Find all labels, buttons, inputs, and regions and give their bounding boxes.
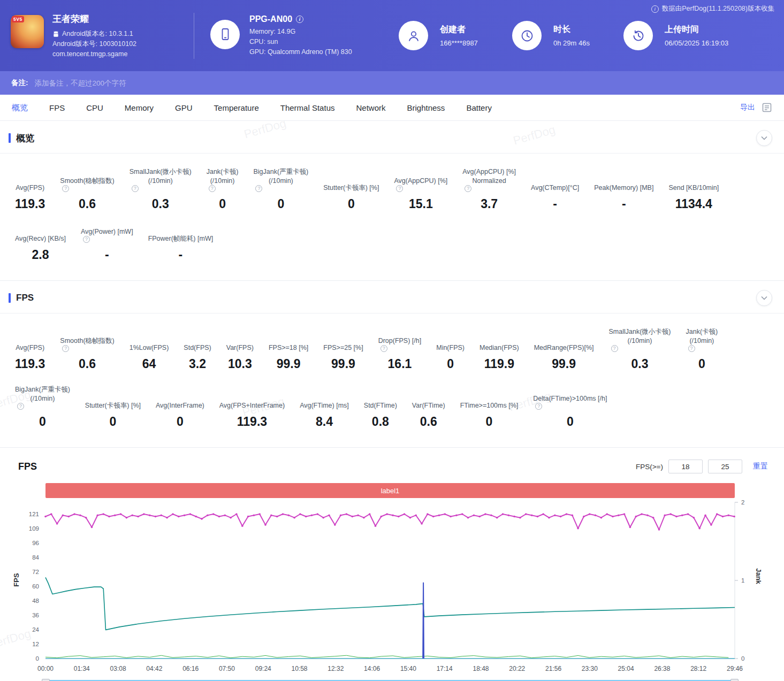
upload-block: 上传时间 06/05/2025 16:19:03 <box>623 21 728 50</box>
metric-label: Jank(卡顿)(/10min)? <box>686 327 718 352</box>
note-input[interactable] <box>34 79 264 88</box>
metric-stutter: Stutter(卡顿率) [%]0 <box>85 392 141 429</box>
help-icon[interactable]: ? <box>688 345 695 352</box>
metric-avg-power-mw: Avg(Power) [mW]?- <box>81 225 133 262</box>
help-icon[interactable]: ? <box>465 185 471 192</box>
fps-metrics-row-2: BigJank(严重卡顿)(/10min)?0Stutter(卡顿率) [%]0… <box>0 371 784 429</box>
tab-network[interactable]: Network <box>356 103 385 112</box>
export-icon[interactable] <box>762 102 772 113</box>
help-icon[interactable]: ? <box>611 345 618 352</box>
svg-text:00:00: 00:00 <box>37 665 54 672</box>
tab-gpu[interactable]: GPU <box>175 103 193 112</box>
fps-threshold-low-input[interactable] <box>668 460 703 473</box>
svg-text:72: 72 <box>32 569 39 575</box>
svg-text:15:40: 15:40 <box>400 665 416 672</box>
metric-value: 15.1 <box>409 197 433 211</box>
metric-label: Avg(InterFrame) <box>156 392 204 410</box>
metric-value: 0 <box>219 197 226 211</box>
help-icon[interactable]: ? <box>62 185 69 192</box>
metric-label: FPS>=18 [%] <box>269 334 308 352</box>
help-icon[interactable]: ? <box>83 236 90 243</box>
metric-jank: Jank(卡顿)(/10min)?0 <box>207 167 239 211</box>
export-button[interactable]: 导出 <box>740 103 755 112</box>
metric-value: - <box>553 197 557 211</box>
perfdog-report-page: i 数据由PerfDog(11.1.250208)版本收集 5V5 王者荣耀 A… <box>0 0 784 681</box>
metric-stutter: Stutter(卡顿率) [%]0 <box>323 174 379 211</box>
metric-value: 0 <box>486 415 493 429</box>
metric-label: BigJank(严重卡顿)(/10min)? <box>253 167 308 192</box>
help-icon[interactable]: ? <box>535 403 542 410</box>
svg-text:109: 109 <box>29 525 39 532</box>
svg-text:26:38: 26:38 <box>654 665 670 672</box>
help-icon[interactable]: ? <box>17 403 24 410</box>
fps-threshold-high-input[interactable] <box>708 460 742 473</box>
metric-label: Median(FPS) <box>479 334 519 352</box>
metric-avg-recv-kb-s: Avg(Recv) [KB/s]2.8 <box>15 225 66 262</box>
fps-threshold-controls: FPS(>=) 重置 <box>636 460 768 473</box>
svg-text:03:08: 03:08 <box>110 665 126 672</box>
svg-text:121: 121 <box>29 511 39 517</box>
svg-text:0: 0 <box>741 655 744 662</box>
reset-button[interactable]: 重置 <box>753 462 768 471</box>
tab-thermal-status[interactable]: Thermal Status <box>280 103 335 112</box>
help-icon[interactable]: ? <box>255 185 262 192</box>
device-cpu: CPU: sun <box>249 37 352 47</box>
collect-note: i 数据由PerfDog(11.1.250208)版本收集 <box>651 4 774 13</box>
fps-chart-svg[interactable]: 0122436486072849610912101200:0001:3403:0… <box>0 498 765 676</box>
collapse-overview-button[interactable] <box>756 130 772 146</box>
scrollbar-right-handle[interactable] <box>730 679 739 681</box>
tab-fps[interactable]: FPS <box>49 103 65 112</box>
metric-label: Var(FPS) <box>226 334 254 352</box>
creator-block: 创建者 166****8987 <box>399 21 512 50</box>
tab-memory[interactable]: Memory <box>125 103 154 112</box>
tab-overview[interactable]: 概览 <box>12 103 28 113</box>
help-icon[interactable]: ? <box>132 185 139 192</box>
metric-value: 3.7 <box>481 197 498 211</box>
info-icon: i <box>651 5 659 13</box>
svg-text:23:30: 23:30 <box>582 665 598 672</box>
svg-text:07:50: 07:50 <box>219 665 235 672</box>
collapse-fps-button[interactable] <box>756 290 772 306</box>
device-phone-icon <box>210 20 240 49</box>
device-block: PPG-AN00 i Memory: 14.9G CPU: sun GPU: Q… <box>210 14 399 57</box>
svg-text:1: 1 <box>741 577 744 584</box>
metric-value: 0.8 <box>372 415 389 429</box>
upload-value: 06/05/2025 16:19:03 <box>665 39 728 47</box>
svg-text:25:04: 25:04 <box>618 665 634 672</box>
metric-value: 0.3 <box>152 197 169 211</box>
metric-label: Delta(FTime)>100ms [/h]? <box>533 392 607 410</box>
metric-label: Avg(FPS) <box>16 174 44 192</box>
fps-chart-wrap: FPS 0122436486072849610912101200:0001:34… <box>0 498 784 676</box>
metric-value: 119.9 <box>484 357 514 371</box>
creator-label: 创建者 <box>440 24 478 35</box>
metric-delta-ftime-100ms-h: Delta(FTime)>100ms [/h]?0 <box>533 392 607 429</box>
metric-var-ftime: Var(FTime)0.6 <box>412 392 445 429</box>
android-icon <box>52 30 59 37</box>
device-info-icon[interactable]: i <box>296 16 303 23</box>
metric-avg-fps-interframe: Avg(FPS+InterFrame)119.3 <box>219 392 285 429</box>
creator-value: 166****8987 <box>440 39 478 47</box>
tab-brightness[interactable]: Brightness <box>407 103 445 112</box>
svg-text:18:48: 18:48 <box>473 665 489 672</box>
fps-title: FPS <box>16 293 756 303</box>
metric-value: 99.9 <box>331 357 355 371</box>
tab-cpu[interactable]: CPU <box>86 103 103 112</box>
fps-metrics-row-1: Avg(FPS)119.3Smooth(稳帧指数)?0.61%Low(FPS)6… <box>0 313 784 371</box>
metric-avg-appcpu: Avg(AppCPU) [%]Normalized?3.7 <box>462 167 516 211</box>
upload-label: 上传时间 <box>665 24 728 35</box>
tab-battery[interactable]: Battery <box>466 103 492 112</box>
help-icon[interactable]: ? <box>209 185 216 192</box>
metric-drop-fps-h: Drop(FPS) [/h]?16.1 <box>378 334 422 371</box>
tab-temperature[interactable]: Temperature <box>214 103 259 112</box>
metric-value: 99.9 <box>552 357 576 371</box>
help-icon[interactable]: ? <box>380 345 387 352</box>
help-icon[interactable]: ? <box>396 185 403 192</box>
overview-title: 概览 <box>16 132 756 144</box>
scrollbar-left-handle[interactable] <box>42 679 50 681</box>
app-info: 王者荣耀 Android版本名: 10.3.1.1 Android版本号: 10… <box>52 12 136 59</box>
app-version-name: Android版本名: 10.3.1.1 <box>62 29 133 39</box>
metric-medrange-fps: MedRange(FPS)[%]99.9 <box>534 334 594 371</box>
help-icon[interactable]: ? <box>62 345 69 352</box>
svg-text:12: 12 <box>32 641 39 647</box>
metric-label: Avg(Power) [mW]? <box>81 225 133 243</box>
